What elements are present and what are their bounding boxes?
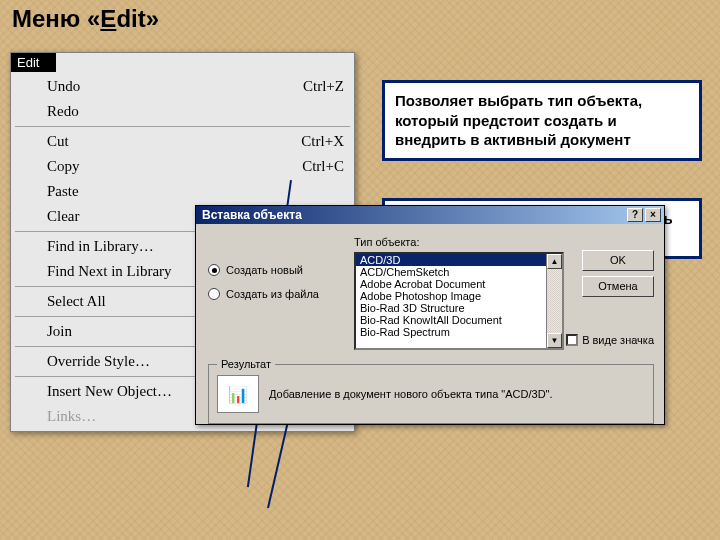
radio-create-new[interactable]: Создать новый [208,264,338,276]
list-item[interactable]: Bio-Rad KnowItAll Document [356,314,562,326]
title-rest: dit [116,5,145,32]
title-underline: E [100,5,116,32]
insert-object-dialog: Вставка объекта ? × Тип объекта: Создать… [195,205,665,425]
menu-item-label: Cut [47,133,69,150]
menu-item-label: Copy [47,158,80,175]
radio-dot-icon [208,264,220,276]
list-item[interactable]: Adobe Photoshop Image [356,290,562,302]
menu-separator [15,126,350,127]
radio-create-from-file[interactable]: Создать из файла [208,288,338,300]
list-item[interactable]: ACD/ChemSketch [356,266,562,278]
dialog-title-buttons: ? × [627,208,661,222]
title-prefix: Меню [12,5,87,32]
menu-item-paste[interactable]: Paste [11,179,354,204]
quote-open: « [87,5,100,32]
type-label: Тип объекта: [354,236,419,248]
menu-item-label: Select All [47,293,106,310]
menu-item-label: Undo [47,78,80,95]
scroll-track[interactable] [547,269,562,333]
menu-item-redo[interactable]: Redo [11,99,354,124]
menu-item-label: Paste [47,183,79,200]
menu-item-label: Find in Library… [47,238,154,255]
result-content: 📊 Добавление в документ нового объекта т… [209,365,653,423]
list-item[interactable]: ACD/3D [356,254,562,266]
as-icon-checkbox[interactable]: В виде значка [566,334,654,346]
as-icon-label: В виде значка [582,334,654,346]
list-item[interactable]: Bio-Rad 3D Structure [356,302,562,314]
help-button[interactable]: ? [627,208,643,222]
dialog-titlebar: Вставка объекта ? × [196,206,664,224]
menu-item-label: Clear [47,208,79,225]
radio-dot-icon [208,288,220,300]
quote-close: » [146,5,159,32]
menu-item-undo[interactable]: UndoCtrl+Z [11,74,354,99]
radio-create-new-label: Создать новый [226,264,303,276]
result-icon: 📊 [217,375,259,413]
menu-item-shortcut: Ctrl+C [302,158,344,175]
radio-create-from-file-label: Создать из файла [226,288,319,300]
menu-header[interactable]: Edit [11,53,56,72]
list-item[interactable]: Adobe Acrobat Document [356,278,562,290]
dialog-body: Тип объекта: Создать новый Создать из фа… [196,224,664,424]
scroll-up-button[interactable]: ▲ [547,254,562,269]
menu-item-shortcut: Ctrl+Z [303,78,344,95]
result-text: Добавление в документ нового объекта тип… [269,387,553,401]
scroll-down-button[interactable]: ▼ [547,333,562,348]
object-type-listbox[interactable]: ACD/3DACD/ChemSketchAdobe Acrobat Docume… [354,252,564,350]
result-groupbox: Результат 📊 Добавление в документ нового… [208,364,654,424]
dialog-left-panel: Создать новый Создать из файла [208,264,338,312]
checkbox-icon [566,334,578,346]
callout-insert-object: Позволяет выбрать тип объекта, который п… [382,80,702,161]
cancel-button[interactable]: Отмена [582,276,654,297]
menu-item-label: Join [47,323,72,340]
listbox-scrollbar[interactable]: ▲ ▼ [546,254,562,348]
menu-item-label: Override Style… [47,353,150,370]
menu-item-label: Redo [47,103,79,120]
menu-item-cut[interactable]: CutCtrl+X [11,129,354,154]
menu-item-label: Links… [47,408,96,425]
menu-item-shortcut: Ctrl+X [301,133,344,150]
menu-item-label: Find Next in Library [47,263,172,280]
menu-item-copy[interactable]: CopyCtrl+C [11,154,354,179]
page-title: Меню «Edit» [12,5,159,33]
dialog-title-text: Вставка объекта [202,208,302,222]
list-item[interactable]: Bio-Rad Spectrum [356,326,562,338]
result-label: Результат [217,358,275,370]
menu-item-label: Insert New Object… [47,383,172,400]
close-button[interactable]: × [645,208,661,222]
ok-button[interactable]: OK [582,250,654,271]
